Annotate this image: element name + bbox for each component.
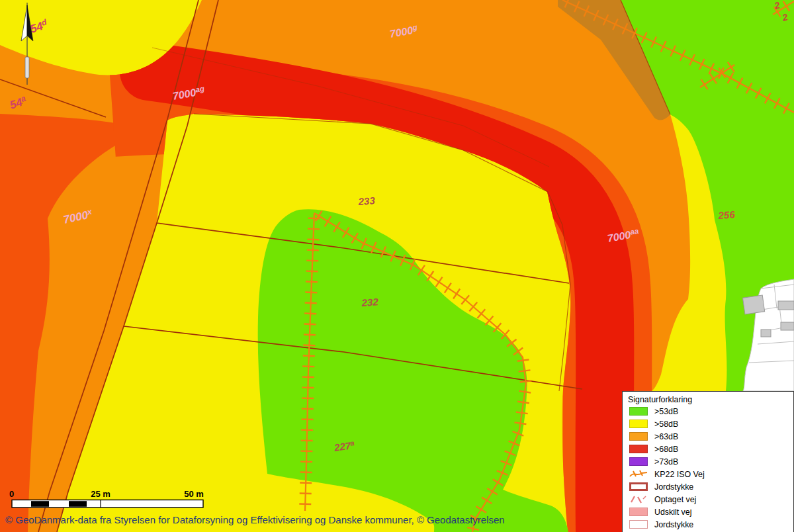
legend-item-kp22-iso-vej-5: KP22 ISO Vej [623, 468, 793, 480]
legend-label-udskilt-vej-8: Udskilt vej [654, 508, 691, 517]
building [781, 322, 794, 330]
legend-item--68db-3: >68dB [623, 443, 793, 455]
scale-label-0: 0 [9, 489, 14, 499]
scale-label-50m: 50 m [184, 489, 204, 499]
legend-item-jordstykke-9: Jordstykke [623, 518, 793, 531]
building [778, 301, 794, 310]
parcel-label-256: 256 [717, 208, 736, 221]
parcel-label-233: 233 [357, 195, 376, 207]
-68db-3-swatch [629, 445, 648, 453]
legend-label--58db-1: >58dB [654, 420, 678, 429]
parcel-label-232: 232 [361, 296, 379, 308]
legend-item--63db-2: >63dB [623, 430, 793, 443]
jordstykke-9-swatch [629, 520, 648, 529]
legend-label-kp22-iso-vej-5: KP22 ISO Vej [654, 470, 705, 479]
legend-label--53db-0: >53dB [654, 407, 678, 416]
noise-map-page: { "map": { "noise": { "yellow": "#F6EE00… [0, 0, 794, 532]
legend-item--53db-0: >53dB [623, 405, 793, 418]
legend-label--73db-4: >73dB [654, 457, 678, 466]
jordstykke-6-swatch [629, 482, 648, 491]
udskilt-vej-8-swatch [629, 508, 648, 516]
legend-item-optaget-vej-7: Optaget vej [623, 493, 793, 506]
legend-rows: >53dB>58dB>63dB>68dB>73dBKP22 ISO VejJor… [623, 405, 793, 531]
-53db-0-swatch [629, 407, 648, 416]
-63db-2-swatch [629, 432, 648, 441]
legend-label-optaget-vej-7: Optaget vej [654, 495, 696, 504]
legend-label-jordstykke-9: Jordstykke [654, 520, 693, 529]
building [742, 295, 764, 314]
legend-label--63db-2: >63dB [654, 432, 678, 441]
optaget-vej-7-swatch [629, 495, 648, 504]
scale-label-25m: 25 m [91, 489, 110, 499]
legend-label--68db-3: >68dB [654, 445, 678, 454]
building [761, 330, 771, 337]
kp22-iso-vej-5-swatch [629, 470, 648, 478]
legend-item--73db-4: >73dB [623, 455, 793, 468]
legend-box: Signaturforklaring >53dB>58dB>63dB>68dB>… [622, 391, 794, 532]
-73db-4-swatch [629, 457, 648, 466]
legend-item-jordstykke-6: Jordstykke [623, 480, 793, 493]
-58db-1-swatch [629, 420, 648, 428]
legend-title: Signaturforklaring [623, 392, 793, 405]
legend-item--58db-1: >58dB [623, 418, 793, 430]
copyright-text: © GeoDanmark-data fra Styrelsen for Data… [5, 514, 505, 525]
legend-item-udskilt-vej-8: Udskilt vej [623, 506, 793, 518]
legend-label-jordstykke-6: Jordstykke [654, 482, 693, 492]
